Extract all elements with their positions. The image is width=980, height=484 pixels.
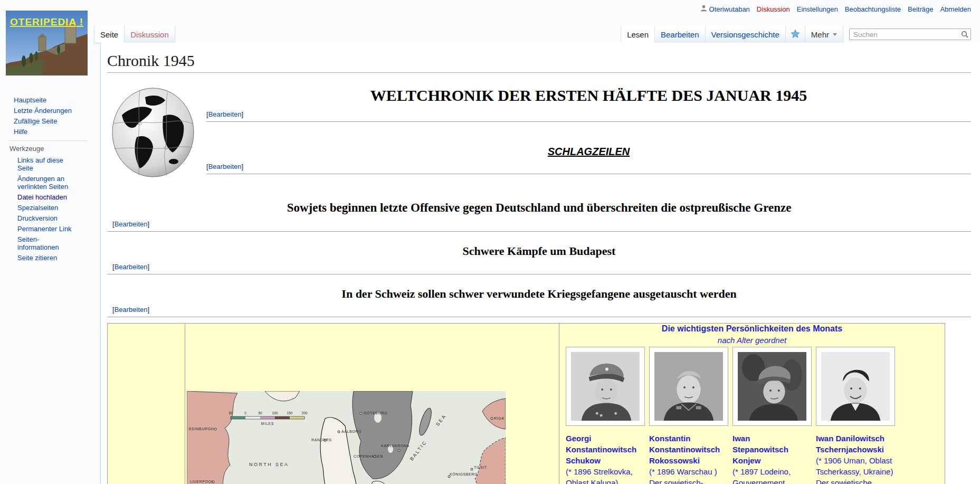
- sidebar-link-zufaellige-seite[interactable]: Zufällige Seite: [14, 117, 77, 125]
- sidebar-tools: Links auf diese Seite Änderungen an verl…: [0, 155, 94, 262]
- logout-link[interactable]: Abmelden: [940, 5, 971, 13]
- more-menu[interactable]: Mehr: [805, 26, 843, 43]
- page-title: Chronik 1945: [107, 53, 971, 73]
- tab-diskussion[interactable]: Diskussion: [124, 26, 175, 43]
- portrait-row: [566, 347, 945, 426]
- tab-bearbeiten[interactable]: Bearbeiten: [654, 26, 706, 43]
- sidebar-link-seite-zitieren[interactable]: Seite zitieren: [17, 254, 78, 262]
- preferences-link[interactable]: Einstellungen: [797, 5, 838, 13]
- edit-bracket: ]: [148, 220, 150, 228]
- edit-link[interactable]: Bearbeiten: [208, 110, 242, 118]
- section-divider: [107, 274, 971, 274]
- search-button[interactable]: [961, 31, 968, 38]
- sidebar-link-hauptseite[interactable]: Hauptseite: [14, 96, 77, 104]
- article-content: Chronik 1945 WELTCHRONIK DER ERSTEN: [100, 43, 980, 484]
- contributions-link[interactable]: Beiträge: [908, 5, 933, 13]
- search-area: [849, 29, 971, 40]
- sidebar-link-druckversion[interactable]: Druckversion: [17, 214, 78, 222]
- user-talk-link[interactable]: Diskussion: [757, 5, 790, 13]
- edit-link[interactable]: Bearbeiten: [115, 263, 148, 271]
- sidebar-link-datei-hochladen[interactable]: Datei hochladen: [17, 193, 78, 201]
- more-menu-label: Mehr: [811, 30, 829, 39]
- map-label-edinburgh: EDINBURGH: [189, 427, 214, 431]
- section-divider: [206, 174, 971, 174]
- watchlist-link[interactable]: Beobachtungsliste: [845, 5, 901, 13]
- headline-budapest: Schwere Kämpfe um Budapest: [107, 244, 971, 258]
- tab-seite[interactable]: Seite: [94, 26, 125, 43]
- sidebar-link-links-auf-diese-seite[interactable]: Links auf diese Seite: [17, 156, 78, 172]
- map-label-goteborg: GÖTEBORG: [364, 411, 387, 415]
- star-icon: [791, 29, 800, 40]
- svg-text:0: 0: [244, 411, 246, 415]
- personality-schukow: Georgi Konstantinowitsch Schukow (* 1896…: [566, 433, 645, 484]
- svg-text:100: 100: [272, 411, 278, 415]
- map-label-north: NORTH: [249, 462, 272, 467]
- tab-versionsgeschichte[interactable]: Versionsgeschichte: [705, 26, 786, 43]
- svg-text:200: 200: [302, 411, 308, 415]
- map-cell: 50 0 50 100 150 200: [185, 324, 559, 484]
- personality-name-link[interactable]: Iwan Stepanowitsch Konjew: [732, 433, 812, 466]
- svg-text:150: 150: [287, 411, 293, 415]
- user-page-link[interactable]: Oteriwutaban: [709, 5, 750, 13]
- personal-bar: Oteriwutaban Diskussion Einstellungen Be…: [700, 5, 971, 13]
- sidebar-link-aenderungen-an-verlinkten-seiten[interactable]: Änderungen an verlinkten Seiten: [17, 175, 78, 191]
- personality-name-link[interactable]: Georgi Konstantinowitsch Schukow: [566, 433, 645, 466]
- map-label-randers: RANDERS: [311, 438, 331, 442]
- personality-details: (* 1897 Lodeino, Gouvernement: [732, 466, 812, 484]
- edit-link[interactable]: Bearbeiten: [208, 163, 242, 170]
- portrait-schukow[interactable]: [566, 347, 645, 426]
- sidebar-link-seiteninformationen[interactable]: Seiten-informationen: [17, 235, 78, 251]
- empty-cell: [108, 324, 185, 484]
- portrait-konjew[interactable]: [732, 347, 812, 426]
- edit-bracket: ]: [148, 263, 150, 271]
- sidebar-heading-werkzeuge: Werkzeuge: [0, 141, 94, 155]
- section-divider: [206, 121, 971, 122]
- wiki-logo[interactable]: OTERIPEDIA !: [6, 11, 88, 75]
- map-label-sea: SEA: [275, 462, 289, 467]
- edit-link[interactable]: Bearbeiten: [115, 306, 148, 314]
- section-edit: [Bearbeiten]: [112, 306, 971, 314]
- namespace-tabs: Seite Diskussion: [94, 26, 175, 43]
- sidebar-link-spezialseiten[interactable]: Spezialseiten: [17, 204, 78, 212]
- personality-rokossowski: Konstantin Konstantinowitsch Rokossowski…: [649, 433, 728, 484]
- month-overview-table: 50 0 50 100 150 200: [107, 323, 945, 484]
- edit-link[interactable]: Bearbeiten: [115, 220, 148, 228]
- headline-offensive: Sowjets beginnen letzte Offensive gegen …: [107, 201, 971, 215]
- personality-name-link[interactable]: Konstantin Konstantinowitsch Rokossowski: [649, 433, 728, 466]
- personality-name-link[interactable]: Iwan Danilowitsch Tschernjachowski: [816, 433, 895, 455]
- section-edit: [Bearbeiten]: [112, 110, 971, 118]
- map-label-karlskrona: KARLSKRONA: [381, 444, 410, 448]
- sidebar-link-letzte-aenderungen[interactable]: Letzte Änderungen: [14, 107, 77, 115]
- personality-details: (* 1896 Strelkovka, Oblast Kaluga): [566, 466, 645, 484]
- sidebar-navigation: Hauptseite Letzte Änderungen Zufällige S…: [0, 79, 94, 136]
- search-icon: [961, 32, 968, 40]
- svg-text:50: 50: [258, 411, 262, 415]
- sidebar-link-hilfe[interactable]: Hilfe: [14, 128, 77, 136]
- svg-text:50: 50: [229, 411, 233, 415]
- personality-details: (* 1906 Uman, Oblast Tscherkassy, Ukrain…: [816, 455, 895, 484]
- watch-star-button[interactable]: [785, 26, 805, 43]
- globe-puzzle-image[interactable]: [108, 88, 198, 177]
- edit-bracket: ]: [242, 163, 244, 170]
- personalities-heading: Die wichtigsten Persönlichkeiten des Mon…: [559, 324, 945, 334]
- portrait-rokossowski[interactable]: [649, 347, 728, 426]
- personalities-cell: Die wichtigsten Persönlichkeiten des Mon…: [559, 324, 945, 484]
- portrait-tschernjachowski[interactable]: [816, 347, 895, 426]
- headline-schweiz: In der Schweiz sollen schwer verwundete …: [107, 287, 971, 301]
- baltic-map-image[interactable]: 50 0 50 100 150 200: [187, 391, 559, 484]
- section-edit: [Bearbeiten]: [112, 263, 971, 271]
- logo-wordmark: OTERIPEDIA !: [10, 16, 83, 27]
- section-divider: [107, 317, 971, 317]
- tab-lesen[interactable]: Lesen: [621, 26, 655, 43]
- search-input[interactable]: [849, 29, 971, 40]
- map-label-konigsberg: KÖNIGSBERG: [450, 472, 478, 476]
- chapter-heading: WELTCHRONIK DER ERSTEN HÄLFTE DES JANUAR…: [107, 86, 971, 106]
- section-edit: [Bearbeiten]: [112, 220, 971, 228]
- section-divider: [107, 231, 971, 232]
- sidebar-link-permanenter-link[interactable]: Permanenter Link: [17, 225, 78, 233]
- personality-names-row: Georgi Konstantinowitsch Schukow (* 1896…: [566, 433, 945, 484]
- map-label-miles: MILES: [261, 422, 274, 425]
- user-menu[interactable]: Oteriwutaban: [700, 5, 750, 13]
- schlagzeilen-heading: SCHLAGZEILEN: [107, 145, 971, 158]
- personalities-subheading: nach Alter geordnet: [559, 336, 945, 345]
